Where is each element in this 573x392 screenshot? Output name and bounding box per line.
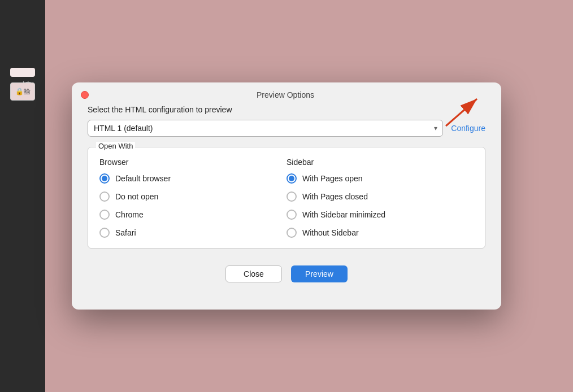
radio-without-sidebar-label: Without Sidebar [302,228,359,237]
sidebar-column: Sidebar With Pages open With Pages close… [286,158,474,238]
preview-options-dialog: Preview Options Select the HTML configur… [72,82,501,310]
dialog-footer: Close Preview [88,265,485,296]
radio-default-browser-label: Default browser [115,174,171,183]
radio-without-sidebar[interactable]: Without Sidebar [286,228,474,238]
radio-sidebar-minimized-label: With Sidebar minimized [302,210,385,219]
radio-do-not-open-button[interactable] [99,191,110,202]
html-config-select[interactable]: HTML 1 (default) [88,120,443,137]
dialog-titlebar: Preview Options [72,82,501,105]
radio-sidebar-minimized-button[interactable] [286,210,297,220]
radio-without-sidebar-button[interactable] [286,228,297,238]
dialog-body: Select the HTML configuration to preview… [72,105,501,310]
browser-column: Browser Default browser Do not open Chr [99,158,286,238]
bg-lock-icon: 🔒輸 [10,82,35,101]
radio-chrome[interactable]: Chrome [99,210,286,220]
close-button[interactable]: Close [225,265,282,282]
radio-pages-open-dot [289,176,294,181]
radio-default-browser[interactable]: Default browser [99,173,286,184]
bg-kanji: 精 [10,68,35,77]
radio-sidebar-minimized[interactable]: With Sidebar minimized [286,210,474,220]
configure-link[interactable]: Configure [451,124,485,133]
radio-do-not-open-label: Do not open [115,192,158,201]
select-row: HTML 1 (default) ▾ Configure [88,120,485,137]
radio-safari-button[interactable] [99,228,110,238]
browser-column-header: Browser [99,158,286,167]
radio-chrome-button[interactable] [99,210,110,220]
radio-safari-label: Safari [115,228,136,237]
options-columns: Browser Default browser Do not open Chr [99,158,474,238]
background-sidebar: 精 🔒輸 [0,0,45,392]
radio-pages-closed-button[interactable] [286,191,297,202]
radio-pages-closed-label: With Pages closed [302,192,368,201]
configure-link-container: Configure [451,123,485,133]
select-label: Select the HTML configuration to preview [88,105,485,114]
radio-safari[interactable]: Safari [99,228,286,238]
open-with-group: Open With Browser Default browser Do not… [88,147,485,249]
radio-default-browser-dot [102,176,107,181]
radio-do-not-open[interactable]: Do not open [99,191,286,202]
sidebar-column-header: Sidebar [286,158,474,167]
radio-pages-closed[interactable]: With Pages closed [286,191,474,202]
preview-button[interactable]: Preview [291,265,348,282]
radio-default-browser-button[interactable] [99,173,110,184]
radio-pages-open-label: With Pages open [302,174,363,183]
radio-chrome-label: Chrome [115,210,144,219]
dialog-title: Preview Options [81,90,490,99]
radio-pages-open[interactable]: With Pages open [286,173,474,184]
html-config-select-wrapper: HTML 1 (default) ▾ [88,120,443,137]
radio-pages-open-button[interactable] [286,173,297,184]
open-with-legend: Open With [96,142,135,150]
